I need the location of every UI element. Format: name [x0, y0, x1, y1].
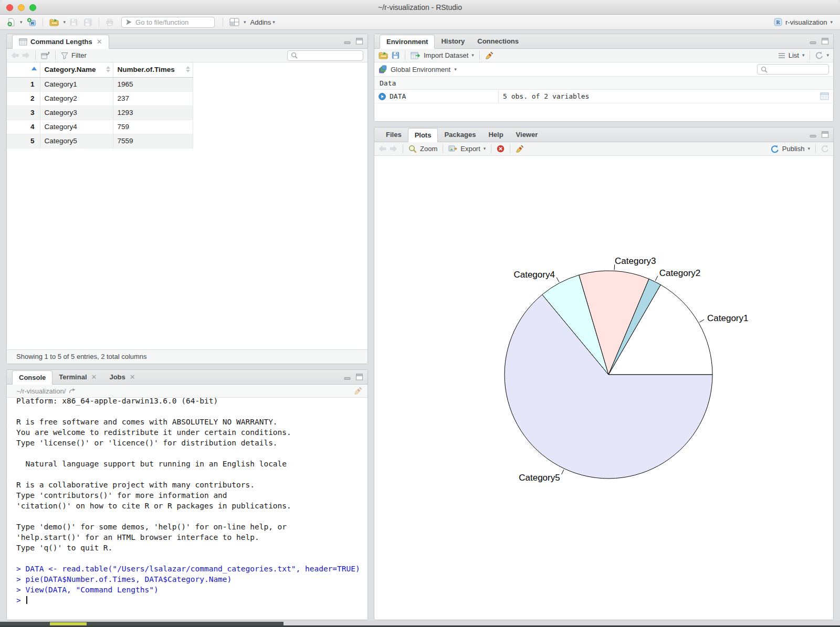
- expand-object-icon[interactable]: [379, 93, 386, 100]
- project-menu-button[interactable]: R r-visualization ▾: [772, 17, 835, 27]
- close-icon[interactable]: ✕: [91, 373, 97, 381]
- minimize-pane-icon[interactable]: [343, 374, 351, 380]
- column-header-number-of-times[interactable]: Number.of.Times: [113, 62, 193, 77]
- tab-plots[interactable]: Plots: [408, 128, 438, 142]
- minimize-pane-icon[interactable]: [809, 38, 817, 45]
- goto-directory-icon[interactable]: [69, 388, 76, 394]
- import-dataset-caret-icon[interactable]: ▾: [471, 53, 474, 58]
- tab-command-lengths[interactable]: Command Lengths ✕: [12, 35, 109, 49]
- table-cell: 1965: [113, 77, 193, 91]
- zoom-label[interactable]: Zoom: [420, 145, 437, 153]
- maximize-pane-icon[interactable]: [355, 38, 363, 45]
- clear-console-icon[interactable]: [354, 387, 362, 395]
- files-tab-label: Files: [386, 131, 402, 139]
- environment-search-input[interactable]: [770, 66, 834, 73]
- view-data-icon[interactable]: [820, 92, 829, 100]
- refresh-caret-icon[interactable]: ▾: [826, 53, 829, 58]
- new-file-caret-icon[interactable]: ▾: [20, 20, 23, 25]
- export-plot-icon[interactable]: [448, 145, 457, 153]
- print-icon[interactable]: [104, 17, 116, 27]
- forward-icon[interactable]: [22, 52, 30, 59]
- clear-plots-icon[interactable]: [516, 145, 524, 153]
- list-view-icon[interactable]: [778, 52, 785, 59]
- object-name[interactable]: DATA: [390, 92, 495, 100]
- filter-icon[interactable]: [61, 52, 68, 59]
- publish-icon[interactable]: [771, 145, 779, 153]
- search-icon: [291, 52, 298, 59]
- import-dataset-label[interactable]: Import Dataset: [424, 51, 468, 59]
- viewer-footer: Showing 1 to 5 of 5 entries, 2 total col…: [7, 349, 368, 364]
- console-prompt-line[interactable]: >: [16, 595, 368, 605]
- environment-pane: Environment History Connections Import D…: [374, 34, 834, 122]
- refresh-plot-icon[interactable]: [821, 145, 829, 153]
- load-workspace-icon[interactable]: [379, 51, 388, 59]
- save-all-icon[interactable]: [82, 17, 94, 27]
- minimize-pane-icon[interactable]: [809, 131, 817, 138]
- environment-search-box[interactable]: [757, 64, 829, 75]
- save-workspace-icon[interactable]: [392, 51, 400, 59]
- main-toolbar: ▾ R ▾ ▾ Addins ▾ R r-visualization ▾: [0, 15, 840, 30]
- table-row[interactable]: 3Category31293: [7, 105, 193, 120]
- clear-environment-icon[interactable]: [485, 51, 494, 60]
- tab-files[interactable]: Files: [380, 127, 408, 142]
- filter-label[interactable]: Filter: [71, 51, 87, 59]
- tab-environment[interactable]: Environment: [380, 35, 435, 49]
- close-icon[interactable]: ✕: [130, 373, 135, 381]
- column-label: Category.Name: [45, 66, 96, 73]
- table-row[interactable]: 1Category11965: [7, 77, 193, 91]
- goto-file-box[interactable]: [121, 17, 215, 28]
- table-row[interactable]: 2Category2237: [7, 91, 193, 105]
- close-icon[interactable]: ✕: [97, 38, 102, 46]
- previous-plot-icon[interactable]: [379, 145, 386, 152]
- import-dataset-icon[interactable]: [411, 52, 421, 59]
- save-icon[interactable]: [68, 17, 79, 27]
- scope-label[interactable]: Global Environment: [391, 66, 450, 73]
- publish-label[interactable]: Publish: [782, 145, 805, 153]
- goto-file-input[interactable]: [135, 18, 211, 26]
- open-in-new-window-icon[interactable]: [41, 51, 50, 59]
- refresh-icon[interactable]: [815, 51, 823, 59]
- console-body[interactable]: Platform: x86_64-apple-darwin13.6.0 (64-…: [7, 398, 368, 619]
- titlebar: ~/r-visualization - RStudio: [0, 0, 840, 15]
- tab-history[interactable]: History: [435, 34, 471, 48]
- remove-plot-icon[interactable]: [497, 145, 505, 153]
- tab-packages[interactable]: Packages: [438, 127, 482, 142]
- new-file-icon[interactable]: [5, 17, 17, 28]
- list-view-caret-icon[interactable]: ▾: [802, 53, 805, 58]
- maximize-pane-icon[interactable]: [821, 131, 829, 138]
- column-header-rownum[interactable]: [7, 62, 40, 77]
- table-row[interactable]: 4Category4759: [7, 120, 193, 134]
- back-icon[interactable]: [11, 52, 19, 59]
- environment-object-row[interactable]: DATA 5 obs. of 2 variables: [374, 90, 833, 103]
- tab-jobs[interactable]: Jobs ✕: [103, 370, 141, 384]
- addins-button[interactable]: Addins ▾: [249, 17, 277, 27]
- pane-layout-caret-icon[interactable]: ▾: [244, 20, 246, 25]
- zoom-plot-icon[interactable]: [408, 145, 417, 153]
- new-project-icon[interactable]: R: [25, 17, 38, 28]
- list-view-label[interactable]: List: [789, 51, 799, 59]
- scope-caret-icon[interactable]: ▾: [454, 67, 457, 72]
- pie-chart: Category1Category2Category3Category4Cate…: [374, 156, 834, 620]
- tab-help[interactable]: Help: [482, 127, 509, 142]
- maximize-pane-icon[interactable]: [821, 38, 829, 45]
- open-file-caret-icon[interactable]: ▾: [64, 20, 66, 25]
- open-file-icon[interactable]: [48, 17, 61, 27]
- viewer-table-body: 1Category119652Category22373Category3129…: [7, 77, 193, 148]
- viewer-search-input[interactable]: [300, 51, 368, 59]
- column-header-category-name[interactable]: Category.Name: [40, 62, 113, 77]
- tab-viewer[interactable]: Viewer: [510, 127, 544, 142]
- tab-console[interactable]: Console: [12, 370, 52, 385]
- table-row[interactable]: 5Category57559: [7, 134, 193, 148]
- terminal-tab-label: Terminal: [59, 373, 87, 381]
- pane-layout-icon[interactable]: [228, 17, 241, 27]
- next-plot-icon[interactable]: [390, 145, 397, 152]
- tab-terminal[interactable]: Terminal ✕: [52, 370, 103, 384]
- export-caret-icon[interactable]: ▾: [484, 146, 486, 151]
- console-tabstrip: Console Terminal ✕ Jobs ✕: [7, 370, 368, 385]
- export-label[interactable]: Export: [460, 145, 480, 153]
- maximize-pane-icon[interactable]: [355, 374, 363, 380]
- tab-connections[interactable]: Connections: [471, 34, 525, 48]
- viewer-search-box[interactable]: [287, 50, 363, 61]
- publish-caret-icon[interactable]: ▾: [807, 146, 810, 151]
- minimize-pane-icon[interactable]: [343, 38, 351, 45]
